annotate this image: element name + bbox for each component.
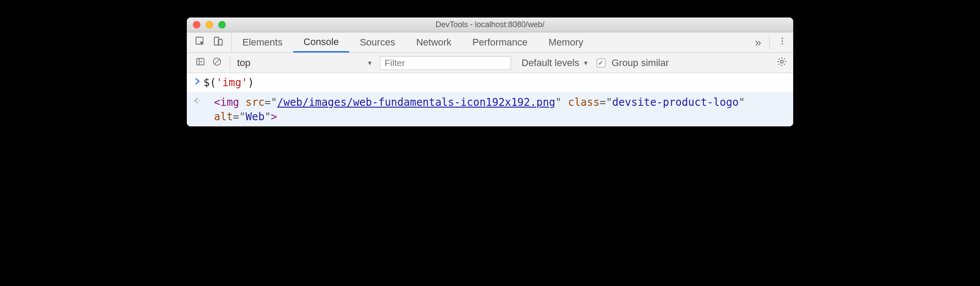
svg-point-4 — [781, 40, 783, 42]
zoom-icon[interactable] — [218, 21, 226, 28]
console-body: $('img') <img src="/web/images/web-funda… — [187, 73, 793, 126]
tab-memory[interactable]: Memory — [538, 32, 594, 52]
svg-line-10 — [215, 59, 220, 64]
sidebar-toggle-icon[interactable] — [196, 57, 205, 69]
filter-input[interactable] — [380, 56, 511, 70]
context-select[interactable]: top ▼ — [233, 56, 377, 70]
log-levels-select[interactable]: Default levels ▼ — [514, 57, 589, 69]
minimize-icon[interactable] — [206, 21, 213, 28]
group-similar-label: Group similar — [608, 57, 669, 69]
console-input-code: $('img') — [203, 76, 254, 90]
inspect-icon[interactable] — [195, 36, 205, 49]
window-controls — [187, 21, 226, 28]
tab-network[interactable]: Network — [406, 32, 462, 52]
kebab-menu-icon[interactable] — [777, 36, 787, 49]
tab-list: Elements Console Sources Network Perform… — [232, 32, 594, 52]
tab-console[interactable]: Console — [293, 32, 350, 52]
chevron-down-icon: ▼ — [367, 59, 373, 66]
svg-point-3 — [781, 38, 783, 39]
tab-performance[interactable]: Performance — [462, 32, 538, 52]
context-select-value: top — [237, 57, 251, 69]
device-toggle-icon[interactable] — [213, 36, 224, 49]
svg-rect-6 — [197, 58, 204, 65]
clear-console-icon[interactable] — [212, 57, 222, 69]
tab-strip: Elements Console Sources Network Perform… — [187, 32, 793, 53]
divider — [230, 56, 230, 70]
src-link[interactable]: /web/images/web-fundamentals-icon192x192… — [277, 96, 556, 108]
settings-gear-icon[interactable] — [777, 56, 787, 70]
devtools-window: DevTools - localhost:8080/web/ Elements … — [187, 17, 793, 126]
tab-elements[interactable]: Elements — [232, 32, 293, 52]
output-icon — [191, 95, 203, 104]
titlebar: DevTools - localhost:8080/web/ — [187, 17, 793, 32]
svg-point-11 — [780, 60, 783, 63]
group-similar-checkbox[interactable]: ✓ — [597, 59, 606, 67]
prompt-icon — [191, 76, 203, 85]
console-input-row[interactable]: $('img') — [187, 73, 793, 93]
svg-point-12 — [199, 100, 200, 101]
svg-point-5 — [781, 43, 783, 45]
chevron-down-icon: ▼ — [583, 59, 589, 66]
tab-sources[interactable]: Sources — [349, 32, 406, 52]
svg-marker-8 — [201, 60, 203, 63]
console-output-row[interactable]: <img src="/web/images/web-fundamentals-i… — [187, 93, 793, 126]
window-title: DevTools - localhost:8080/web/ — [187, 20, 793, 29]
overflow-tabs-icon[interactable]: » — [755, 36, 761, 49]
divider — [769, 36, 770, 49]
close-icon[interactable] — [193, 21, 200, 28]
console-output-code: <img src="/web/images/web-fundamentals-i… — [203, 95, 787, 124]
log-levels-label: Default levels — [522, 57, 579, 69]
console-toolbar: top ▼ Default levels ▼ ✓ Group similar — [187, 53, 793, 73]
